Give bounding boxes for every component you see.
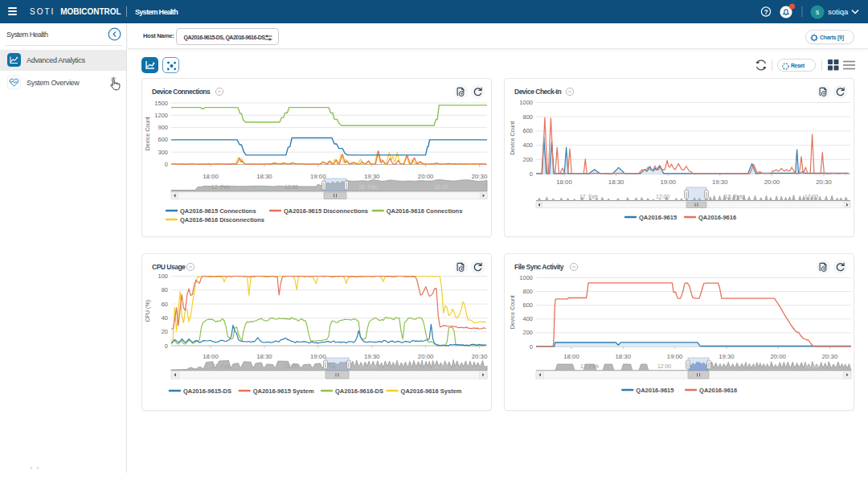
svg-text:200: 200 [522,329,533,336]
svg-text:800: 800 [522,113,533,121]
svg-text:sotiqa: sotiqa [828,7,849,16]
svg-text:600: 600 [522,301,533,309]
svg-text:80: 80 [162,286,168,293]
svg-text:17. Feb: 17. Feb [579,194,598,199]
svg-text:1000: 1000 [519,99,533,106]
svg-text:600: 600 [522,127,533,134]
svg-text:QA2016-9615: QA2016-9615 [639,214,677,221]
svg-text:600: 600 [158,136,168,143]
svg-text:400: 400 [522,141,533,149]
svg-text:QA2016-9615: QA2016-9615 [636,387,674,394]
svg-text:18:00: 18:00 [563,353,579,360]
svg-text:20:00: 20:00 [764,178,780,186]
svg-text:100: 100 [158,273,168,280]
svg-text:40: 40 [162,314,168,322]
svg-text:12:00: 12:00 [656,194,669,199]
svg-text:19:30: 19:30 [712,178,728,186]
svg-text:QA2016-9616 Connections: QA2016-9616 Connections [387,207,463,215]
svg-text:1200: 1200 [154,112,168,119]
svg-text:0: 0 [530,343,533,351]
svg-text:18. Feb: 18. Feb [358,184,377,190]
svg-text:QA2016-9616: QA2016-9616 [698,214,736,221]
svg-text:20:00: 20:00 [770,353,786,360]
svg-text:s: s [816,8,820,16]
svg-text:18:30: 18:30 [616,353,632,360]
svg-text:0: 0 [165,161,168,168]
svg-text:19:30: 19:30 [364,353,380,360]
svg-text:18. Feb: 18. Feb [358,363,377,369]
svg-text:QA2016-9616-DS: QA2016-9616-DS [335,388,383,395]
svg-text:18:30: 18:30 [256,353,272,360]
svg-text:1000: 1000 [519,274,533,281]
svg-text:12:00: 12:00 [434,184,448,190]
svg-text:Device Count: Device Count [145,117,150,150]
svg-text:20: 20 [162,328,168,335]
svg-text:18:30: 18:30 [608,178,624,186]
svg-text:12:00: 12:00 [805,194,818,199]
svg-text:17. Feb: 17. Feb [211,184,230,190]
svg-text:20:30: 20:30 [472,353,488,360]
svg-text:QA2016-9615 Disconnections: QA2016-9615 Disconnections [284,207,368,215]
svg-text:19:00: 19:00 [667,353,683,360]
svg-text:300: 300 [158,149,168,156]
svg-text:900: 900 [158,124,168,131]
svg-text:60: 60 [162,301,168,308]
svg-text:0: 0 [530,170,533,178]
svg-text:QA2016-9616 System: QA2016-9616 System [401,388,462,395]
svg-text:12:00: 12:00 [285,363,298,369]
svg-text:0: 0 [165,342,168,350]
svg-text:17. Feb: 17. Feb [211,363,230,369]
svg-text:QA2016-9615 System: QA2016-9615 System [253,388,314,395]
svg-text:20:00: 20:00 [418,353,434,360]
svg-text:QA2016-9615-DS: QA2016-9615-DS [183,388,231,395]
svg-text:1500: 1500 [154,100,168,107]
svg-text:17. Feb: 17. Feb [580,363,599,369]
svg-text:18:30: 18:30 [256,173,272,180]
svg-text:800: 800 [522,288,533,295]
svg-text:12:00: 12:00 [434,363,448,369]
svg-text:19:30: 19:30 [364,173,380,180]
svg-text:?: ? [764,8,768,16]
svg-text:12:00: 12:00 [285,184,298,190]
svg-text:19:30: 19:30 [719,353,735,360]
svg-text:18:00: 18:00 [556,178,572,186]
svg-text:400: 400 [522,315,533,322]
svg-text:20:30: 20:30 [822,353,838,360]
svg-text:19:00: 19:00 [660,178,676,186]
svg-text:QA2016-9616: QA2016-9616 [699,387,737,394]
svg-text:20:30: 20:30 [472,173,488,180]
svg-text:QA2016-9616 Disconnections: QA2016-9616 Disconnections [180,216,264,223]
svg-text:Device Count: Device Count [510,295,515,329]
svg-text:20:00: 20:00 [418,173,434,180]
svg-text:19:00: 19:00 [310,353,326,360]
svg-text:18:00: 18:00 [203,173,219,180]
svg-text:18:00: 18:00 [203,353,219,360]
svg-text:Device Count: Device Count [510,121,515,155]
svg-text:12:00: 12:00 [657,363,671,369]
svg-text:CPU (%): CPU (%) [145,300,151,322]
svg-text:QA2016-9615 Connections: QA2016-9615 Connections [180,207,256,215]
svg-text:20:30: 20:30 [816,178,832,186]
svg-text:200: 200 [522,156,533,163]
svg-text:18. Feb: 18. Feb [725,194,743,199]
svg-text:12:00: 12:00 [805,363,818,369]
